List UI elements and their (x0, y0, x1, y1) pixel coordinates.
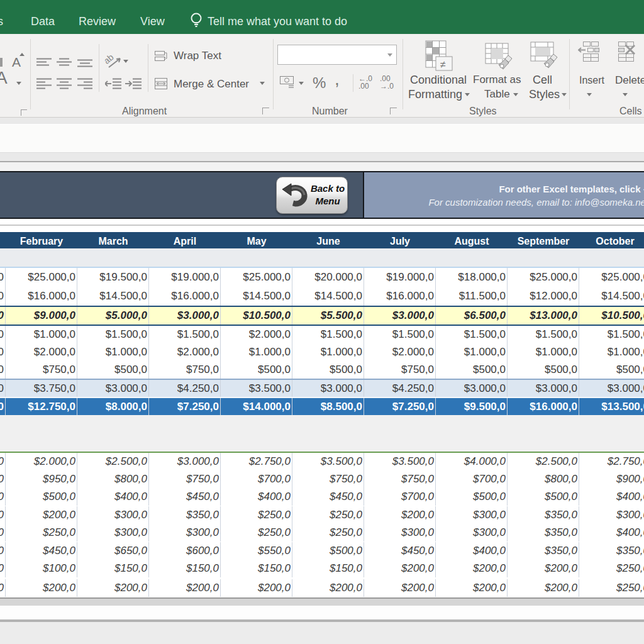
svg-text:≠: ≠ (440, 59, 446, 70)
